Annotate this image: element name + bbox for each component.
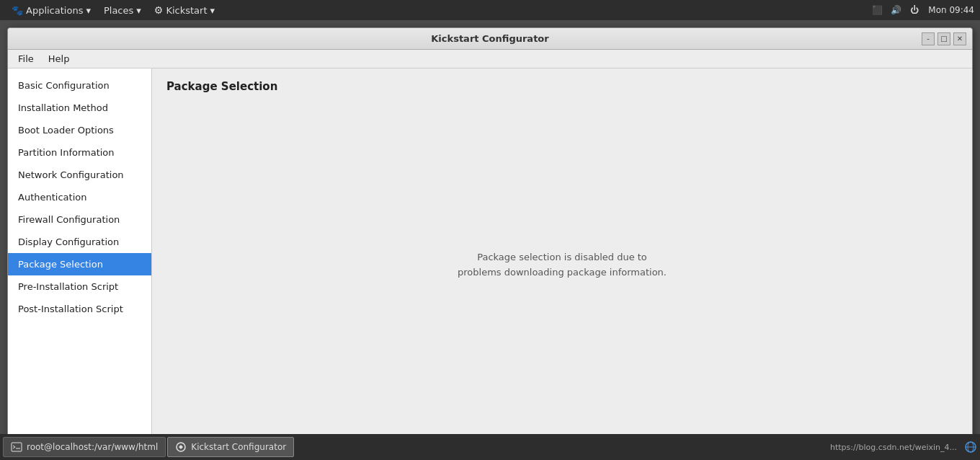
sidebar-item-package-selection[interactable]: Package Selection: [8, 253, 151, 275]
kickstart-taskbar-icon: [175, 441, 187, 453]
taskbar-terminal[interactable]: root@localhost:/var/www/html: [3, 437, 166, 457]
places-menu[interactable]: Places ▾: [98, 4, 147, 17]
system-tray-icons: ⬛ 🔊 ⏻: [870, 4, 921, 17]
kickstart-arrow-icon: ▾: [210, 5, 215, 16]
sidebar-item-firewall-configuration[interactable]: Firewall Configuration: [8, 208, 151, 231]
sidebar-item-post-installation-script[interactable]: Post-Installation Script: [8, 298, 151, 320]
system-bar-left: 🐾 Applications ▾ Places ▾ ⚙ Kickstart ▾: [6, 3, 220, 17]
sidebar-item-partition-information[interactable]: Partition Information: [8, 141, 151, 164]
apps-arrow-icon: ▾: [86, 5, 91, 16]
sidebar-item-network-configuration[interactable]: Network Configuration: [8, 164, 151, 186]
message-line-1: Package selection is disabled due to: [477, 250, 647, 265]
taskbar-terminal-label: root@localhost:/var/www/html: [27, 442, 158, 452]
system-bar: 🐾 Applications ▾ Places ▾ ⚙ Kickstart ▾ …: [0, 0, 980, 20]
content-area: Basic Configuration Installation Method …: [8, 68, 972, 434]
places-arrow-icon: ▾: [136, 5, 141, 16]
taskbar: root@localhost:/var/www/html Kickstart C…: [0, 434, 980, 460]
clock: Mon 09:44: [928, 5, 974, 15]
power-icon[interactable]: ⏻: [908, 4, 921, 17]
sidebar-item-authentication[interactable]: Authentication: [8, 186, 151, 208]
panel-message: Package selection is disabled due to pro…: [166, 105, 958, 426]
terminal-icon: [11, 441, 22, 453]
sidebar-item-display-configuration[interactable]: Display Configuration: [8, 231, 151, 253]
svg-rect-0: [12, 443, 22, 451]
main-panel: Package Selection Package selection is d…: [152, 68, 972, 434]
applications-menu[interactable]: 🐾 Applications ▾: [6, 4, 97, 17]
volume-icon[interactable]: 🔊: [889, 4, 902, 17]
kickstart-menu-label: Kickstart: [166, 5, 207, 16]
places-label: Places: [104, 5, 133, 16]
sidebar-item-basic-configuration[interactable]: Basic Configuration: [8, 74, 151, 97]
sidebar-item-boot-loader-options[interactable]: Boot Loader Options: [8, 119, 151, 141]
window-area: Kickstart Configurator - □ ✕ File Help B…: [0, 20, 980, 434]
kickstart-menu[interactable]: ⚙ Kickstart ▾: [148, 3, 220, 17]
kickstart-app-icon: ⚙: [154, 4, 164, 16]
browser-icon: [964, 441, 977, 454]
app-window: Kickstart Configurator - □ ✕ File Help B…: [7, 27, 973, 434]
sidebar: Basic Configuration Installation Method …: [8, 68, 152, 434]
window-title: Kickstart Configurator: [431, 33, 548, 44]
window-controls: - □ ✕: [922, 32, 966, 45]
help-menu[interactable]: Help: [41, 52, 77, 66]
restore-button[interactable]: □: [937, 32, 950, 45]
menu-bar: File Help: [8, 50, 972, 68]
message-line-2: problems downloading package information…: [458, 265, 667, 280]
monitor-icon[interactable]: ⬛: [870, 4, 883, 17]
close-button[interactable]: ✕: [953, 32, 966, 45]
taskbar-url: https://blog.csdn.net/weixin_4...: [830, 443, 957, 452]
taskbar-kickstart-label: Kickstart Configurator: [191, 442, 286, 452]
apps-icon: 🐾: [12, 5, 23, 16]
sidebar-item-pre-installation-script[interactable]: Pre-Installation Script: [8, 275, 151, 298]
minimize-button[interactable]: -: [922, 32, 935, 45]
file-menu[interactable]: File: [11, 52, 41, 66]
taskbar-kickstart[interactable]: Kickstart Configurator: [167, 437, 294, 457]
system-bar-right: ⬛ 🔊 ⏻ Mon 09:44: [870, 4, 974, 17]
applications-label: Applications: [26, 5, 83, 16]
title-bar: Kickstart Configurator - □ ✕: [8, 28, 972, 50]
panel-title: Package Selection: [166, 80, 277, 93]
sidebar-item-installation-method[interactable]: Installation Method: [8, 97, 151, 119]
